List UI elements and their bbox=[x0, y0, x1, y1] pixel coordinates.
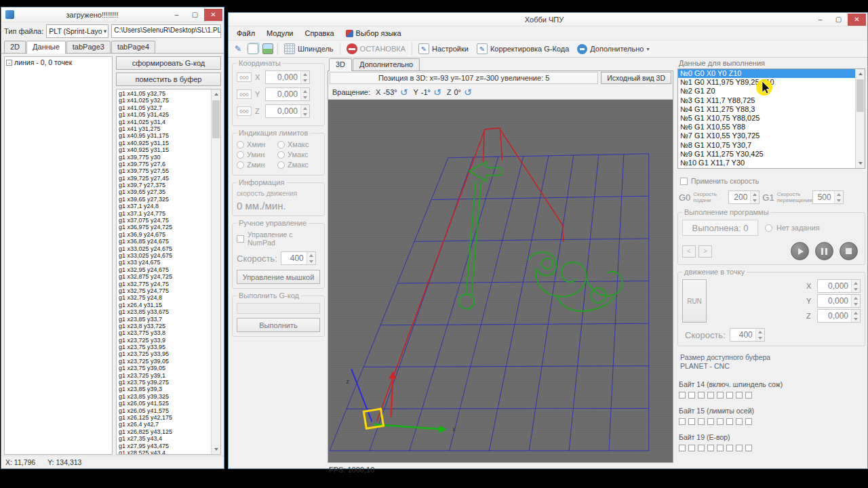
list-item[interactable]: №5 G1 X10,75 Y88,025 bbox=[678, 114, 855, 123]
tab-page3[interactable]: tabPage3 bbox=[66, 41, 111, 53]
mouse-control-button[interactable]: Управление мышкой bbox=[237, 270, 320, 284]
list-item[interactable]: g1 x41,025 y32,75 bbox=[119, 97, 211, 104]
list-item[interactable]: №9 G1 X11,275 Y30,425 bbox=[678, 150, 855, 159]
list-item[interactable]: g1 x39,65 y27,35 bbox=[119, 188, 211, 195]
rotate-icon[interactable]: ↺ bbox=[464, 87, 472, 97]
list-item[interactable]: g1 x32,75 y24,775 bbox=[119, 287, 211, 294]
spinner-up-icon[interactable] bbox=[307, 252, 315, 258]
list-item[interactable]: №2 G1 Z0 bbox=[678, 87, 855, 96]
scroll-thumb[interactable] bbox=[856, 79, 864, 112]
bit-checkbox[interactable] bbox=[726, 418, 733, 425]
rotate-icon[interactable]: ↺ bbox=[400, 87, 408, 97]
bit-checkbox[interactable] bbox=[698, 418, 705, 425]
generate-gcode-button[interactable]: сформировать G-код bbox=[116, 56, 221, 70]
list-item[interactable]: №10 G1 X11,7 Y30 bbox=[678, 159, 855, 167]
spinner-up-icon[interactable] bbox=[835, 191, 843, 197]
list-item[interactable]: g1 x37,1 y24,8 bbox=[119, 203, 211, 209]
list-item[interactable]: g1 x40,925 y31,15 bbox=[119, 140, 211, 146]
radio-icon[interactable] bbox=[277, 141, 285, 148]
stop-program-button[interactable] bbox=[840, 242, 858, 260]
list-item[interactable]: g1 x23,75 y39,05 bbox=[119, 365, 211, 371]
list-item[interactable]: g1 x39,775 y30 bbox=[119, 154, 211, 161]
bit-checkbox[interactable] bbox=[707, 445, 714, 451]
bit-checkbox[interactable] bbox=[736, 445, 743, 451]
minimize-button[interactable]: – bbox=[167, 9, 186, 21]
list-item[interactable]: g1 x23,725 y33,9 bbox=[119, 337, 211, 344]
rotate-icon[interactable]: ↺ bbox=[433, 87, 441, 97]
tab-additional[interactable]: Дополнительно bbox=[353, 58, 420, 70]
list-item[interactable]: g1 x23,75 y39,275 bbox=[119, 379, 211, 386]
bit-checkbox[interactable] bbox=[736, 392, 743, 399]
list-item[interactable]: g1 x26,125 y42,175 bbox=[119, 414, 211, 421]
g0-speed-stepper[interactable]: 200 bbox=[728, 190, 760, 204]
rotate-y-control[interactable]: Y -1° ↺ bbox=[413, 87, 441, 97]
list-item[interactable]: g1 x26,4 y42,7 bbox=[119, 421, 211, 428]
list-item[interactable]: g1 x40,95 y31,175 bbox=[119, 132, 211, 139]
list-item[interactable]: g1 x33,025 y24,675 bbox=[119, 252, 211, 259]
spinner-down-icon[interactable] bbox=[852, 301, 860, 307]
3d-scene[interactable]: z x bbox=[328, 100, 673, 462]
radio-icon[interactable] bbox=[237, 151, 244, 159]
list-item[interactable]: g1 x32,95 y24,675 bbox=[119, 266, 211, 273]
list-item[interactable]: g1 x23,85 y39,325 bbox=[119, 393, 211, 400]
maximize-button[interactable]: ▢ bbox=[829, 14, 848, 26]
scroll-up-icon[interactable] bbox=[212, 89, 221, 99]
bit-checkbox[interactable] bbox=[679, 418, 686, 425]
close-button[interactable]: ✕ bbox=[848, 14, 866, 26]
bit-checkbox[interactable] bbox=[717, 392, 724, 399]
bit-checkbox[interactable] bbox=[688, 392, 695, 399]
spinner-down-icon[interactable] bbox=[301, 77, 309, 83]
layers-tree[interactable]: - линия - 0, 0 точек bbox=[4, 56, 113, 455]
scroll-down-icon[interactable] bbox=[212, 445, 221, 454]
gcode-list-scrollbar[interactable] bbox=[211, 89, 220, 454]
spinner-down-icon[interactable] bbox=[756, 335, 764, 341]
execute-button[interactable]: Выполнить bbox=[237, 318, 320, 332]
list-item[interactable]: g1 x41,025 y31,4 bbox=[119, 119, 211, 125]
list-item[interactable]: g1 x36,975 y24,725 bbox=[119, 224, 211, 230]
close-button[interactable]: ✕ bbox=[204, 9, 222, 21]
3d-viewport[interactable]: z x bbox=[328, 100, 673, 462]
bit-checkbox[interactable] bbox=[717, 418, 724, 425]
bit-checkbox[interactable] bbox=[745, 445, 752, 451]
bit-checkbox[interactable] bbox=[717, 445, 724, 451]
spinner-down-icon[interactable] bbox=[307, 258, 315, 264]
scroll-down-icon[interactable] bbox=[856, 159, 865, 168]
play-button[interactable] bbox=[791, 242, 809, 260]
file-type-select[interactable]: PLT (Sprint-Layo ▾ bbox=[46, 24, 108, 38]
tab-data[interactable]: Данные bbox=[26, 41, 66, 54]
list-item[interactable]: g1 x23,85 y39,3 bbox=[119, 386, 211, 392]
prev-line-button[interactable]: < bbox=[682, 245, 696, 258]
manual-speed-stepper[interactable]: 400 bbox=[281, 251, 316, 265]
list-item[interactable]: g1 x39,775 y27,55 bbox=[119, 167, 211, 174]
list-item[interactable]: №1 G0 X11,975 Y89,25 Z10 bbox=[678, 78, 855, 87]
spinner-up-icon[interactable] bbox=[301, 88, 309, 94]
list-item[interactable]: g1 x33,025 y24,675 bbox=[119, 245, 211, 252]
list-item[interactable]: g1 x26,05 y41,575 bbox=[119, 407, 211, 414]
list-item[interactable]: g1 x39,725 y27,45 bbox=[119, 175, 211, 182]
bit-checkbox[interactable] bbox=[679, 445, 686, 451]
bit-checkbox[interactable] bbox=[745, 392, 752, 399]
pencil-icon[interactable]: ✎ bbox=[233, 43, 243, 54]
list-item[interactable]: g1 x41,05 y32,75 bbox=[119, 90, 211, 97]
gcode-source-list[interactable]: g1 x41,05 y32,75g1 x41,025 y32,75g1 x41,… bbox=[117, 89, 211, 454]
list-item[interactable]: g1 x41,05 y32,7 bbox=[119, 104, 211, 111]
bit-checkbox[interactable] bbox=[688, 418, 695, 425]
radio-icon[interactable] bbox=[277, 161, 285, 169]
spinner-down-icon[interactable] bbox=[301, 94, 309, 100]
bit-checkbox[interactable] bbox=[736, 418, 743, 425]
list-item[interactable]: №7 G1 X10,55 Y30,725 bbox=[678, 131, 855, 140]
spinner-up-icon[interactable] bbox=[852, 295, 860, 301]
list-item[interactable]: g1 x26,4 y31,15 bbox=[119, 302, 211, 308]
put-to-buffer-button[interactable]: поместить в буфер bbox=[116, 73, 221, 86]
maximize-button[interactable]: ▢ bbox=[186, 9, 204, 21]
tree-expander-icon[interactable]: - bbox=[6, 60, 12, 66]
image-icon[interactable] bbox=[262, 43, 273, 54]
spinner-down-icon[interactable] bbox=[852, 286, 860, 292]
list-item[interactable]: g1 x27,35 y43,4 bbox=[119, 435, 211, 442]
list-item[interactable]: g1 x26,05 y41,525 bbox=[119, 400, 211, 407]
pause-button[interactable] bbox=[815, 242, 833, 260]
spinner-up-icon[interactable] bbox=[301, 105, 309, 111]
apply-speed-checkbox[interactable] bbox=[680, 178, 688, 185]
list-item[interactable]: g1 x37,1 y24,775 bbox=[119, 210, 211, 217]
list-item[interactable]: g1 x23,75 y33,95 bbox=[119, 344, 211, 350]
